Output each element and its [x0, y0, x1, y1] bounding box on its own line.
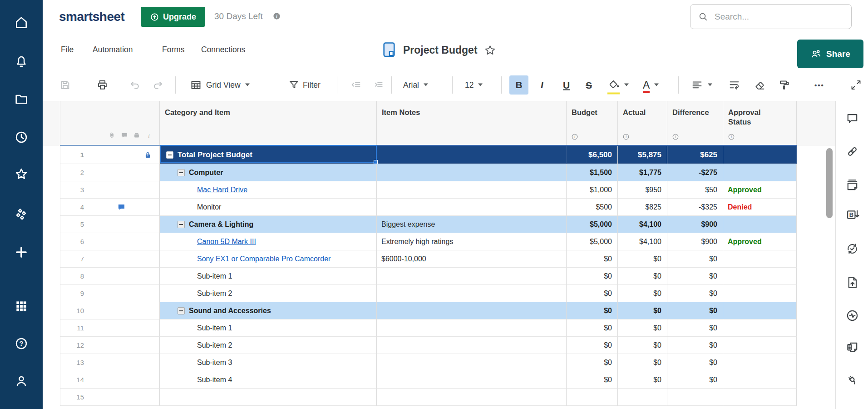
difference-cell[interactable]: -$325	[667, 199, 723, 216]
difference-cell[interactable]: $50	[667, 181, 723, 199]
approval-cell[interactable]	[723, 216, 797, 233]
approval-cell[interactable]	[723, 164, 797, 181]
column-info-icon[interactable]: i	[672, 133, 679, 140]
create-plus-icon[interactable]	[11, 242, 31, 262]
budget-cell[interactable]: $1,000	[567, 181, 618, 199]
strikethrough-button[interactable]: S	[586, 80, 592, 90]
difference-cell[interactable]: $900	[667, 233, 723, 250]
category-cell[interactable]: Sub-item 1	[160, 268, 377, 285]
menu-file[interactable]: File	[61, 45, 74, 55]
budget-cell[interactable]: $0	[567, 371, 618, 389]
approval-cell[interactable]	[723, 354, 797, 371]
attachments-icon[interactable]	[842, 141, 862, 161]
actual-cell[interactable]: $4,100	[618, 233, 667, 250]
proofs-icon[interactable]	[842, 175, 862, 195]
favorites-star-icon[interactable]	[11, 164, 31, 184]
difference-cell[interactable]: $0	[667, 371, 723, 389]
difference-cell[interactable]	[667, 389, 723, 406]
approval-cell[interactable]	[723, 337, 797, 354]
approval-cell[interactable]: Approved	[723, 181, 797, 199]
row-number-cell[interactable]: 15	[60, 389, 160, 406]
row-number-cell[interactable]: 5	[60, 216, 160, 233]
budget-cell[interactable]	[567, 389, 618, 406]
budget-cell[interactable]: $0	[567, 337, 618, 354]
row-number-cell[interactable]: 6	[60, 233, 160, 250]
actual-cell[interactable]: $0	[618, 354, 667, 371]
row-number-cell[interactable]: 2	[60, 164, 160, 181]
save-button[interactable]	[59, 79, 71, 91]
actual-cell[interactable]: $0	[618, 250, 667, 268]
apps-grid-icon[interactable]	[11, 296, 31, 316]
collapse-toggle[interactable]	[166, 151, 173, 159]
filter-button[interactable]: Filter	[288, 79, 321, 91]
wrap-text-button[interactable]	[728, 79, 740, 91]
difference-cell[interactable]: $0	[667, 285, 723, 302]
row-comment-icon[interactable]	[117, 202, 126, 212]
italic-button[interactable]: I	[540, 80, 544, 90]
browse-folder-icon[interactable]	[11, 89, 31, 109]
conversations-icon[interactable]	[842, 108, 862, 128]
view-switcher[interactable]: Grid View	[190, 79, 250, 91]
notes-cell[interactable]	[377, 354, 567, 371]
difference-cell[interactable]: $0	[667, 250, 723, 268]
difference-cell[interactable]: $0	[667, 337, 723, 354]
budget-cell[interactable]: $1,500	[567, 164, 618, 181]
category-cell[interactable]: Sound and Accessories	[160, 302, 377, 319]
column-header-actual[interactable]: Actual i	[618, 101, 667, 145]
approval-cell[interactable]	[723, 302, 797, 319]
category-cell[interactable]: Total Project Budget	[160, 146, 377, 164]
align-button[interactable]	[691, 79, 712, 91]
brandfolder-icon[interactable]: B	[842, 205, 862, 225]
category-cell[interactable]: Camera & Lighting	[160, 216, 377, 233]
collapse-toggle[interactable]	[178, 169, 185, 176]
row-number-cell[interactable]: 3	[60, 181, 160, 199]
difference-cell[interactable]: $0	[667, 268, 723, 285]
collapse-toggle[interactable]	[178, 307, 185, 314]
vertical-scrollbar-thumb[interactable]	[826, 148, 833, 218]
column-header-approval[interactable]: Approval Status i	[723, 101, 797, 145]
row-number-cell[interactable]: 8	[60, 268, 160, 285]
row-number-cell[interactable]: 4	[60, 199, 160, 216]
undo-button[interactable]	[129, 79, 141, 91]
row-lock-icon[interactable]	[143, 150, 153, 160]
search-input[interactable]	[714, 11, 844, 22]
budget-cell[interactable]: $0	[567, 268, 618, 285]
notes-cell[interactable]	[377, 285, 567, 302]
difference-cell[interactable]: $0	[667, 354, 723, 371]
row-tools-header[interactable]: i	[60, 101, 160, 145]
expand-fullscreen-button[interactable]	[850, 79, 862, 91]
actual-cell[interactable]: $5,875	[618, 146, 667, 164]
approval-cell[interactable]	[723, 371, 797, 389]
collapse-toggle[interactable]	[178, 221, 185, 228]
category-cell[interactable]: Sub-item 4	[160, 371, 377, 389]
account-icon[interactable]	[11, 371, 31, 391]
budget-cell[interactable]: $0	[567, 354, 618, 371]
actual-cell[interactable]: $1,775	[618, 164, 667, 181]
approval-cell[interactable]	[723, 268, 797, 285]
category-cell[interactable]: Sony EX1 or Comparable Pro Camcorder	[160, 250, 377, 268]
print-button[interactable]	[96, 79, 108, 91]
notes-cell[interactable]	[377, 164, 567, 181]
difference-cell[interactable]: $0	[667, 319, 723, 337]
category-cell[interactable]	[160, 389, 377, 406]
approval-cell[interactable]: Denied	[723, 199, 797, 216]
difference-cell[interactable]: $900	[667, 216, 723, 233]
actual-cell[interactable]: $950	[618, 181, 667, 199]
actual-cell[interactable]: $0	[618, 285, 667, 302]
notes-cell[interactable]	[377, 268, 567, 285]
update-requests-icon[interactable]	[842, 239, 862, 259]
row-number-cell[interactable]: 14	[60, 371, 160, 389]
underline-button[interactable]: U	[563, 80, 570, 90]
approval-cell[interactable]: Approved	[723, 233, 797, 250]
notes-cell[interactable]: $6000-10,000	[377, 250, 567, 268]
outdent-button[interactable]	[350, 79, 362, 91]
category-cell[interactable]: Canon 5D Mark III	[160, 233, 377, 250]
notes-cell[interactable]	[377, 146, 567, 164]
category-cell[interactable]: Computer	[160, 164, 377, 181]
column-header-notes[interactable]: Item Notes	[377, 101, 567, 145]
difference-cell[interactable]: $625	[667, 146, 723, 164]
home-icon[interactable]	[11, 13, 31, 33]
row-number-cell[interactable]: 7	[60, 250, 160, 268]
budget-cell[interactable]: $5,000	[567, 216, 618, 233]
column-header-category[interactable]: Category and Item	[160, 101, 377, 145]
